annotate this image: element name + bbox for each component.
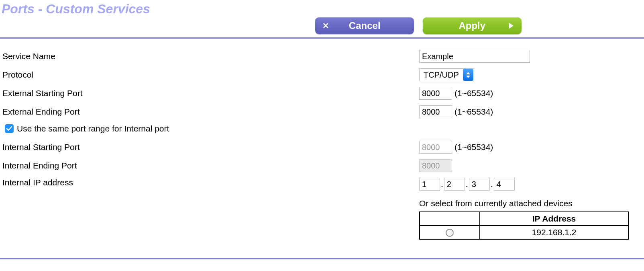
- devices-select-header: [420, 212, 480, 226]
- devices-ip-header: IP Address: [480, 212, 628, 226]
- int-end-port-input: [419, 159, 452, 172]
- label-service-name: Service Name: [2, 51, 419, 61]
- or-select-text: Or select from currently attached device…: [419, 199, 573, 208]
- protocol-value: TCP/UDP: [420, 70, 463, 80]
- apply-button-label: Apply: [459, 20, 485, 31]
- ext-end-range-hint: (1~65534): [454, 107, 493, 117]
- service-name-input[interactable]: [419, 50, 530, 63]
- check-icon: [6, 125, 12, 132]
- ip-dot: .: [466, 179, 468, 189]
- label-ext-end: External Ending Port: [2, 107, 419, 117]
- play-icon: [509, 23, 514, 29]
- apply-button[interactable]: Apply: [423, 17, 522, 34]
- protocol-select[interactable]: TCP/UDP: [419, 68, 474, 81]
- same-port-checkbox[interactable]: [5, 124, 14, 133]
- label-ext-start: External Starting Port: [2, 88, 419, 98]
- device-radio[interactable]: [446, 229, 454, 237]
- cancel-button[interactable]: ✕ Cancel: [315, 17, 414, 34]
- ip-dot: .: [441, 179, 443, 189]
- ip-octet-1-input[interactable]: [419, 178, 440, 191]
- ext-start-range-hint: (1~65534): [454, 88, 493, 98]
- int-start-port-input[interactable]: [419, 141, 452, 154]
- divider-bottom: [0, 258, 644, 259]
- ip-octet-4-input[interactable]: [494, 178, 515, 191]
- close-icon: ✕: [322, 21, 329, 31]
- ip-octet-3-input[interactable]: [469, 178, 490, 191]
- device-ip-cell: 192.168.1.2: [480, 226, 628, 239]
- int-start-range-hint: (1~65534): [454, 142, 493, 152]
- label-int-start: Internal Starting Port: [2, 142, 419, 152]
- updown-icon: [463, 69, 473, 81]
- page-title: Ports - Custom Services: [0, 0, 644, 16]
- ip-octet-2-input[interactable]: [444, 178, 465, 191]
- form-area: Service Name Protocol TCP/UDP External S…: [0, 39, 644, 251]
- devices-table: IP Address 192.168.1.2: [419, 211, 629, 240]
- cancel-button-label: Cancel: [349, 20, 381, 31]
- table-row: 192.168.1.2: [420, 226, 628, 239]
- ext-end-port-input[interactable]: [419, 105, 452, 118]
- label-protocol: Protocol: [2, 70, 419, 80]
- button-row: ✕ Cancel Apply: [193, 16, 644, 37]
- ext-start-port-input[interactable]: [419, 87, 452, 100]
- label-int-ip: Internal IP address: [2, 178, 419, 187]
- ip-dot: .: [491, 179, 493, 189]
- label-int-end: Internal Ending Port: [2, 161, 419, 170]
- same-port-label: Use the same port range for Internal por…: [17, 124, 169, 133]
